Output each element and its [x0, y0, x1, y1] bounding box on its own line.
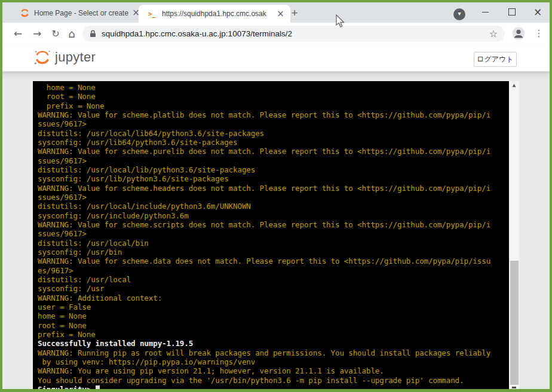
new-tab-button[interactable]: +: [287, 5, 302, 21]
maximize-button[interactable]: [501, 2, 523, 21]
terminal-page: home = None root = None prefix = NoneWAR…: [2, 71, 550, 389]
home-button[interactable]: ⌂: [64, 26, 79, 42]
terminal-line: user = False: [38, 303, 509, 311]
url-text[interactable]: squidhpda1.hpc.cmc.osaka-u.ac.jp:10073/t…: [102, 29, 489, 38]
terminal-line: home = None: [38, 311, 509, 320]
terminal-line: prefix = None: [38, 330, 509, 339]
terminal-line: ssues/9617>: [38, 156, 509, 165]
terminal-line: ssues/9617>: [38, 193, 509, 202]
jupyter-logo[interactable]: jupyter: [33, 49, 96, 66]
tab-search-icon[interactable]: ▾: [453, 8, 465, 20]
browser-window: Home Page - Select or create a n × >_ ht…: [0, 0, 552, 392]
reload-button[interactable]: ↻: [48, 26, 63, 42]
terminal-line: sysconfig: /usr/bin: [38, 248, 509, 257]
terminal-output[interactable]: home = None root = None prefix = NoneWAR…: [33, 81, 509, 389]
terminal-line: distutils: /usr/local/lib64/python3.6/si…: [38, 129, 509, 138]
back-button[interactable]: ←: [10, 26, 26, 42]
terminal-line: root = None: [38, 92, 509, 101]
terminal-line: distutils: /usr/local/include/python3.6m…: [38, 202, 509, 211]
jupyter-logo-text: jupyter: [55, 50, 96, 65]
terminal-line: home = None: [38, 83, 509, 92]
terminal-line: WARNING: You are using pip version 21.1;…: [38, 366, 509, 375]
terminal-scrollbar[interactable]: ▲: [509, 81, 519, 389]
terminal-line: WARNING: Running pip as root will break …: [38, 348, 509, 357]
terminal-line: ssues/9617>: [38, 229, 509, 238]
browser-menu-icon[interactable]: ⋮: [533, 26, 544, 42]
jupyter-header: jupyter ログアウト: [2, 45, 550, 72]
scrollbar-thumb[interactable]: [510, 261, 519, 385]
terminal-line: WARNING: Additional context:: [38, 294, 509, 303]
tab-strip: Home Page - Select or create a n × >_ ht…: [2, 2, 550, 23]
tab-title: https://squidhpda1.hpc.cmc.osak: [162, 10, 275, 18]
terminal-line: You should consider upgrading via the '/…: [38, 376, 509, 385]
terminal-favicon-icon: >_: [148, 9, 158, 18]
terminal-line: distutils: /usr/local: [38, 275, 509, 284]
terminal-line: sysconfig: /usr/lib64/python3.6/site-pac…: [38, 138, 509, 147]
close-window-button[interactable]: ×: [526, 2, 549, 21]
forward-button[interactable]: →: [29, 26, 45, 42]
bookmark-star-icon[interactable]: ☆: [489, 28, 498, 39]
terminal-line: Successfully installed numpy-1.19.5: [38, 339, 509, 348]
terminal-line: ssues/9617>: [38, 119, 509, 128]
profile-avatar[interactable]: [512, 27, 525, 40]
terminal-line: sysconfig: /usr/lib/python3.6/site-packa…: [38, 174, 509, 183]
maximize-icon: [508, 8, 516, 16]
tab-home-page[interactable]: Home Page - Select or create a n ×: [13, 4, 143, 21]
terminal-line: by using venv: https://pip.pypa.io/warni…: [38, 357, 509, 366]
terminal-line: root = None: [38, 321, 509, 330]
close-tab-icon[interactable]: ×: [275, 9, 286, 19]
jupyter-favicon-icon: [20, 8, 30, 18]
lock-icon: [90, 30, 96, 38]
terminal-line: Singularity>: [38, 385, 509, 389]
logout-button[interactable]: ログアウト: [474, 52, 517, 67]
terminal-line: WARNING: Value for scheme.headers does n…: [38, 184, 509, 193]
terminal-line: distutils: /usr/local/lib/python3.6/site…: [38, 165, 509, 174]
browser-toolbar: ← → ↻ ⌂ squidhpda1.hpc.cmc.osaka-u.ac.jp…: [2, 23, 550, 45]
terminal-line: WARNING: Value for scheme.scripts does n…: [38, 220, 509, 229]
terminal-block-cursor: [96, 385, 100, 389]
close-icon: ×: [533, 7, 542, 17]
tab-terminal[interactable]: >_ https://squidhpda1.hpc.cmc.osak ×: [139, 5, 290, 23]
terminal-line: WARNING: Value for scheme.platlib does n…: [38, 110, 509, 119]
minimize-icon: [482, 12, 489, 13]
terminal-line: es/9617>: [38, 266, 509, 275]
minimize-button[interactable]: [474, 2, 496, 21]
tab-title: Home Page - Select or create a n: [34, 9, 131, 17]
terminal-line: sysconfig: /usr: [38, 284, 509, 293]
terminal-line: WARNING: Value for scheme.data does not …: [38, 257, 509, 266]
scroll-down-icon[interactable]: [512, 387, 516, 388]
terminal-line: distutils: /usr/local/bin: [38, 239, 509, 248]
scroll-up-icon[interactable]: ▲: [509, 81, 519, 90]
terminal-line: sysconfig: /usr/include/python3.6m: [38, 211, 509, 220]
address-bar[interactable]: squidhpda1.hpc.cmc.osaka-u.ac.jp:10073/t…: [82, 26, 505, 42]
jupyter-logo-icon: [33, 49, 51, 66]
terminal-line: WARNING: Value for scheme.purelib does n…: [38, 147, 509, 156]
terminal-line: prefix = None: [38, 101, 509, 110]
